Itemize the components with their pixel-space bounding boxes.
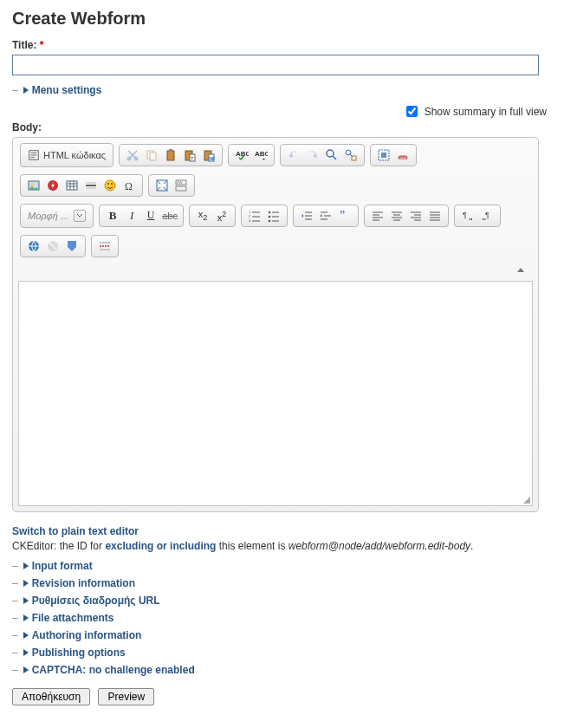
captcha-toggle[interactable]: CAPTCHA: no challenge enabled	[23, 664, 195, 676]
switch-editor-link[interactable]: Switch to plain text editor	[12, 525, 139, 537]
paste-word-button[interactable]: W	[201, 147, 217, 163]
indent-button[interactable]	[318, 208, 334, 224]
bold-button[interactable]: B	[105, 208, 120, 224]
blockquote-button[interactable]: ”	[337, 208, 353, 224]
svg-point-36	[269, 211, 271, 214]
select-all-button[interactable]	[376, 147, 392, 163]
body-textarea[interactable]	[18, 281, 533, 506]
teaser-break-button[interactable]	[97, 238, 113, 254]
spellcheck-button[interactable]: ABC	[234, 147, 250, 163]
table-button[interactable]	[64, 178, 80, 193]
svg-text:3: 3	[249, 218, 251, 223]
align-justify-button[interactable]	[427, 208, 443, 224]
rtl-button[interactable]: ¶	[479, 208, 495, 224]
title-input[interactable]	[12, 55, 539, 75]
ul-button[interactable]	[266, 208, 282, 224]
cut-button[interactable]	[125, 147, 140, 163]
smiley-button[interactable]	[102, 178, 118, 193]
ltr-button[interactable]: ¶	[460, 208, 476, 224]
remove-format-button[interactable]	[395, 147, 411, 163]
ckeditor: HTML κώδικας T W ABC ABC	[12, 137, 539, 512]
unlink-button[interactable]	[45, 238, 61, 254]
show-blocks-button[interactable]: DIV	[173, 178, 189, 193]
resize-handle[interactable]	[520, 493, 532, 505]
svg-point-27	[111, 183, 113, 185]
save-button[interactable]: Αποθήκευση	[12, 688, 90, 705]
menu-settings-label: Menu settings	[32, 84, 102, 96]
format-dropdown[interactable]: Μορφή ...	[24, 207, 89, 224]
svg-rect-31	[176, 186, 186, 191]
svg-text:Ω: Ω	[125, 180, 133, 192]
svg-point-37	[269, 216, 271, 218]
input-format-toggle[interactable]: Input format	[23, 560, 93, 572]
svg-rect-20	[399, 156, 407, 159]
subscript-button[interactable]: x2	[195, 208, 211, 224]
svg-point-26	[107, 183, 109, 185]
chevron-down-icon	[74, 210, 86, 222]
svg-rect-44	[68, 241, 76, 247]
italic-button[interactable]: I	[124, 208, 139, 224]
chevron-right-icon	[23, 562, 29, 569]
hr-button[interactable]	[83, 178, 99, 193]
page-title: Create Webform	[12, 9, 552, 29]
maximize-button[interactable]	[154, 178, 170, 193]
spellcheck-dropdown-button[interactable]: ABC	[253, 147, 269, 163]
redo-button[interactable]	[305, 147, 321, 163]
flash-button[interactable]	[45, 178, 61, 193]
chevron-right-icon	[23, 614, 29, 621]
svg-text:¶: ¶	[463, 211, 467, 219]
underline-button[interactable]: U	[143, 208, 159, 224]
url-path-toggle[interactable]: Ρυθμίσεις διαδρομής URL	[23, 595, 160, 607]
chevron-right-icon	[23, 597, 29, 604]
link-button[interactable]	[26, 238, 42, 254]
svg-rect-5	[167, 151, 174, 160]
body-label: Body:	[12, 121, 552, 133]
show-summary-checkbox[interactable]	[406, 106, 418, 117]
ol-button[interactable]: 123	[247, 208, 263, 224]
chevron-right-icon	[23, 666, 29, 673]
publishing-options-toggle[interactable]: Publishing options	[23, 647, 126, 659]
special-char-button[interactable]: Ω	[121, 178, 137, 193]
superscript-button[interactable]: x2	[214, 208, 230, 224]
chevron-right-icon	[23, 649, 29, 656]
menu-settings-toggle[interactable]: Menu settings	[23, 84, 102, 96]
find-button[interactable]	[324, 147, 340, 163]
anchor-button[interactable]	[64, 238, 80, 254]
ckeditor-id-text: CKEditor: the ID for excluding or includ…	[12, 540, 473, 552]
chevron-right-icon	[23, 632, 29, 639]
svg-rect-19	[381, 153, 386, 158]
required-indicator: *	[40, 39, 44, 51]
svg-rect-6	[169, 149, 172, 152]
outdent-button[interactable]	[299, 208, 314, 224]
svg-rect-4	[150, 153, 156, 160]
replace-button[interactable]	[343, 147, 359, 163]
svg-point-15	[327, 150, 334, 157]
authoring-info-toggle[interactable]: Authoring information	[23, 629, 142, 641]
align-right-button[interactable]	[408, 208, 424, 224]
undo-button[interactable]	[286, 147, 301, 163]
revision-info-toggle[interactable]: Revision information	[23, 577, 135, 589]
paste-button[interactable]	[163, 147, 178, 163]
title-label: Title: *	[12, 39, 552, 51]
svg-text:¶: ¶	[485, 211, 489, 219]
svg-point-25	[105, 180, 115, 191]
chevron-right-icon	[23, 580, 29, 587]
chevron-right-icon	[23, 87, 29, 94]
strike-button[interactable]: abc	[162, 208, 178, 224]
paste-text-button[interactable]: T	[182, 147, 198, 163]
image-button[interactable]	[26, 178, 42, 193]
svg-point-38	[269, 220, 271, 223]
svg-text:DIV: DIV	[177, 180, 183, 185]
align-left-button[interactable]	[370, 208, 386, 224]
exclude-include-link[interactable]: excluding or including	[105, 540, 216, 552]
svg-text:W: W	[210, 156, 215, 161]
svg-text:T: T	[191, 156, 194, 161]
source-button[interactable]: HTML κώδικας	[24, 146, 109, 164]
file-attachments-toggle[interactable]: File attachments	[23, 612, 114, 624]
svg-point-22	[31, 183, 34, 185]
collapse-toolbar-icon[interactable]	[517, 268, 524, 272]
svg-text:ABC: ABC	[255, 150, 268, 158]
preview-button[interactable]: Preview	[98, 688, 154, 705]
copy-button[interactable]	[144, 147, 159, 163]
align-center-button[interactable]	[389, 208, 405, 224]
